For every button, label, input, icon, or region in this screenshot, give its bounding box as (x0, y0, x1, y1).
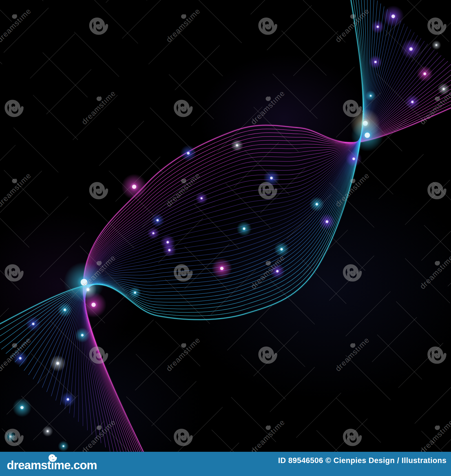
svg-text:dreamstıme: dreamstıme (80, 89, 118, 126)
watermark-text: dreamstıme (331, 4, 371, 44)
logo-letter-i: ı (51, 459, 54, 472)
svg-text:dreamstıme: dreamstıme (80, 418, 118, 455)
lattice-line (0, 0, 278, 476)
watermark-spiral-icon (175, 430, 191, 445)
svg-text:dreamstıme: dreamstıme (249, 418, 287, 455)
watermark-text: dreamstıme (162, 4, 202, 44)
svg-text:dreamstıme: dreamstıme (165, 7, 202, 44)
watermark-spiral-icon (175, 101, 191, 116)
footer-bar: dreamstıme.com ID 89546506 © Cienpies De… (0, 452, 451, 476)
lattice-line (390, 0, 451, 476)
lattice-line (47, 0, 451, 476)
logo-spiral-icon (49, 454, 56, 461)
lattice-line (0, 0, 173, 476)
watermark-spiral-icon (6, 101, 22, 116)
watermark-spiral-icon (260, 348, 276, 362)
svg-text:dreamstıme: dreamstıme (165, 336, 202, 373)
svg-text:dreamstıme: dreamstıme (0, 7, 33, 44)
svg-text:dreamstıme: dreamstıme (334, 336, 371, 373)
lattice-line (0, 0, 125, 476)
svg-text:dreamstıme: dreamstıme (80, 253, 118, 291)
watermark-text: dreamstıme (162, 333, 202, 373)
stock-image-preview: dreamstımedreamstımedreamstımedreamstıme… (0, 0, 451, 476)
svg-text:dreamstıme: dreamstıme (249, 89, 287, 126)
lattice-line (412, 0, 451, 476)
watermark-items: dreamstımedreamstımedreamstımedreamstıme… (0, 4, 451, 455)
lattice-line (0, 0, 451, 476)
lattice-line (151, 0, 451, 476)
watermark-spiral-icon (90, 183, 107, 198)
lattice-line (0, 0, 434, 476)
lattice-line (0, 0, 438, 476)
watermark-text: dreamstıme (162, 169, 202, 209)
watermark-text: dreamstıme (247, 86, 287, 126)
lattice-line (0, 0, 386, 476)
watermark-spiral-icon (90, 348, 107, 362)
watermark-spiral-icon (429, 19, 445, 34)
watermark-text: dreamstıme (247, 251, 287, 291)
svg-text:dreamstıme: dreamstıme (418, 418, 451, 455)
lattice-line (0, 0, 226, 476)
credit-text: ID 89546506 © Cienpies Design / Illustra… (278, 456, 446, 465)
watermark-spiral-icon (429, 183, 445, 198)
watermark-spiral-icon (344, 266, 361, 280)
svg-text:dreamstıme: dreamstıme (334, 171, 371, 209)
svg-text:dreamstıme: dreamstıme (334, 7, 371, 44)
lattice-line (234, 0, 451, 476)
watermark-text: dreamstıme (247, 415, 287, 455)
lattice-line (0, 0, 451, 476)
lattice-line (0, 0, 334, 476)
watermark-text: dreamstıme (0, 169, 33, 209)
lattice-line (0, 0, 282, 476)
watermark-text: dreamstıme (0, 4, 33, 44)
lattice-line (0, 0, 121, 476)
lattice-line (182, 0, 451, 476)
svg-text:dreamstıme: dreamstıme (249, 253, 287, 291)
watermark-text: dreamstıme (0, 333, 33, 373)
dreamstime-logo: dreamstıme.com (7, 459, 97, 472)
watermark-spiral-icon (90, 19, 107, 34)
watermark-spiral-icon (260, 183, 276, 198)
lattice-line (307, 0, 451, 476)
lattice-line (0, 0, 69, 476)
svg-text:dreamstıme: dreamstıme (0, 336, 33, 373)
svg-text:dreamstıme: dreamstıme (0, 171, 33, 209)
watermark-text: dreamstıme (331, 169, 371, 209)
logo-text-suffix: me.com (54, 459, 97, 472)
lattice-line (255, 0, 451, 476)
watermark-text: dreamstıme (331, 333, 371, 373)
lattice-line (338, 0, 451, 476)
watermark-spiral-icon (260, 19, 276, 34)
watermark-spiral-icon (6, 430, 22, 445)
lattice-line (130, 0, 451, 476)
lattice-line (0, 0, 17, 476)
lattice-line (286, 0, 451, 476)
watermark-text: dreamstıme (416, 251, 451, 291)
watermark-text: dreamstıme (416, 415, 451, 455)
watermark-text: dreamstıme (78, 415, 118, 455)
watermark-text: dreamstıme (78, 86, 118, 126)
watermark-lattice (0, 0, 451, 476)
dreamstime-watermark-overlay: dreamstımedreamstımedreamstımedreamstıme… (0, 0, 451, 476)
svg-text:dreamstıme: dreamstıme (165, 171, 202, 209)
logo-text-prefix: dreamst (7, 459, 51, 472)
lattice-line (78, 0, 451, 476)
watermark-text: dreamstıme (78, 251, 118, 291)
watermark-text: dreamstıme (416, 86, 451, 126)
watermark-spiral-icon (6, 266, 22, 280)
lattice-line (0, 0, 73, 476)
lattice-line (0, 0, 330, 476)
watermark-spiral-icon (344, 430, 361, 445)
lattice-line (0, 0, 382, 476)
watermark-spiral-icon (344, 101, 361, 116)
watermark-spiral-icon (175, 266, 191, 280)
lattice-line (0, 0, 230, 476)
lattice-line (359, 0, 451, 476)
svg-text:dreamstıme: dreamstıme (418, 89, 451, 126)
lattice-line (99, 0, 451, 476)
lattice-line (203, 0, 451, 476)
